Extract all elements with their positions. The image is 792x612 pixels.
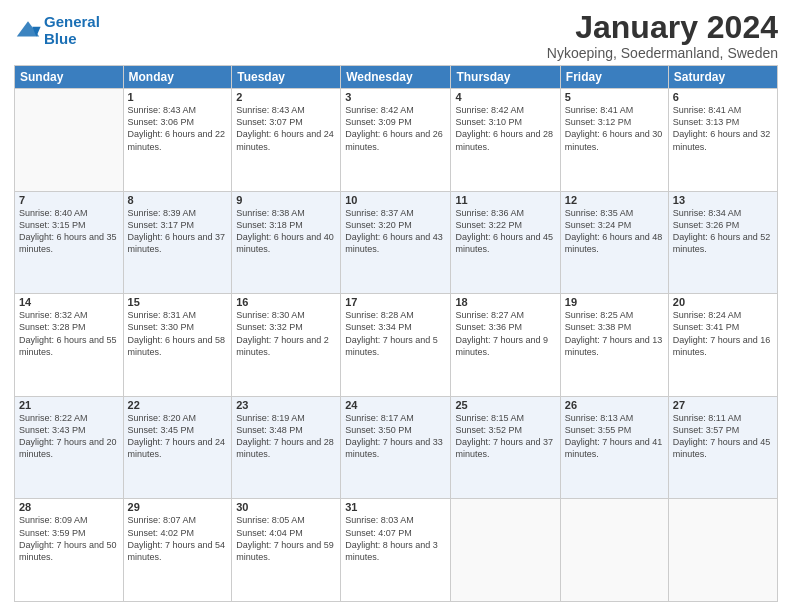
calendar-table: SundayMondayTuesdayWednesdayThursdayFrid… (14, 65, 778, 602)
logo-blue: Blue (44, 30, 77, 47)
day-number: 14 (19, 296, 119, 308)
day-info: Sunrise: 8:37 AMSunset: 3:20 PMDaylight:… (345, 207, 446, 256)
calendar-cell: 1Sunrise: 8:43 AMSunset: 3:06 PMDaylight… (123, 89, 232, 192)
calendar-cell: 8Sunrise: 8:39 AMSunset: 3:17 PMDaylight… (123, 191, 232, 294)
day-info: Sunrise: 8:05 AMSunset: 4:04 PMDaylight:… (236, 514, 336, 563)
day-info: Sunrise: 8:42 AMSunset: 3:10 PMDaylight:… (455, 104, 555, 153)
logo-text: General Blue (44, 14, 100, 47)
calendar-cell: 29Sunrise: 8:07 AMSunset: 4:02 PMDayligh… (123, 499, 232, 602)
day-number: 6 (673, 91, 773, 103)
day-info: Sunrise: 8:30 AMSunset: 3:32 PMDaylight:… (236, 309, 336, 358)
col-header-thursday: Thursday (451, 66, 560, 89)
day-number: 2 (236, 91, 336, 103)
day-number: 12 (565, 194, 664, 206)
day-number: 23 (236, 399, 336, 411)
day-info: Sunrise: 8:40 AMSunset: 3:15 PMDaylight:… (19, 207, 119, 256)
calendar-cell: 5Sunrise: 8:41 AMSunset: 3:12 PMDaylight… (560, 89, 668, 192)
calendar-cell: 27Sunrise: 8:11 AMSunset: 3:57 PMDayligh… (668, 396, 777, 499)
day-info: Sunrise: 8:27 AMSunset: 3:36 PMDaylight:… (455, 309, 555, 358)
calendar-cell: 12Sunrise: 8:35 AMSunset: 3:24 PMDayligh… (560, 191, 668, 294)
day-number: 26 (565, 399, 664, 411)
day-info: Sunrise: 8:19 AMSunset: 3:48 PMDaylight:… (236, 412, 336, 461)
day-info: Sunrise: 8:13 AMSunset: 3:55 PMDaylight:… (565, 412, 664, 461)
calendar-cell: 19Sunrise: 8:25 AMSunset: 3:38 PMDayligh… (560, 294, 668, 397)
calendar-week-row: 21Sunrise: 8:22 AMSunset: 3:43 PMDayligh… (15, 396, 778, 499)
day-info: Sunrise: 8:41 AMSunset: 3:13 PMDaylight:… (673, 104, 773, 153)
day-info: Sunrise: 8:07 AMSunset: 4:02 PMDaylight:… (128, 514, 228, 563)
day-info: Sunrise: 8:43 AMSunset: 3:07 PMDaylight:… (236, 104, 336, 153)
col-header-wednesday: Wednesday (341, 66, 451, 89)
calendar-cell: 23Sunrise: 8:19 AMSunset: 3:48 PMDayligh… (232, 396, 341, 499)
day-info: Sunrise: 8:15 AMSunset: 3:52 PMDaylight:… (455, 412, 555, 461)
calendar-cell (668, 499, 777, 602)
day-info: Sunrise: 8:11 AMSunset: 3:57 PMDaylight:… (673, 412, 773, 461)
calendar-cell: 6Sunrise: 8:41 AMSunset: 3:13 PMDaylight… (668, 89, 777, 192)
title-block: January 2024 Nykoeping, Soedermanland, S… (547, 10, 778, 61)
logo-icon (14, 17, 42, 45)
day-info: Sunrise: 8:09 AMSunset: 3:59 PMDaylight:… (19, 514, 119, 563)
calendar-cell: 26Sunrise: 8:13 AMSunset: 3:55 PMDayligh… (560, 396, 668, 499)
col-header-tuesday: Tuesday (232, 66, 341, 89)
day-info: Sunrise: 8:34 AMSunset: 3:26 PMDaylight:… (673, 207, 773, 256)
location-subtitle: Nykoeping, Soedermanland, Sweden (547, 45, 778, 61)
calendar-cell: 18Sunrise: 8:27 AMSunset: 3:36 PMDayligh… (451, 294, 560, 397)
day-number: 8 (128, 194, 228, 206)
day-info: Sunrise: 8:36 AMSunset: 3:22 PMDaylight:… (455, 207, 555, 256)
day-number: 24 (345, 399, 446, 411)
calendar-cell: 4Sunrise: 8:42 AMSunset: 3:10 PMDaylight… (451, 89, 560, 192)
day-number: 16 (236, 296, 336, 308)
day-number: 15 (128, 296, 228, 308)
calendar-cell: 16Sunrise: 8:30 AMSunset: 3:32 PMDayligh… (232, 294, 341, 397)
day-number: 17 (345, 296, 446, 308)
page: General Blue January 2024 Nykoeping, Soe… (0, 0, 792, 612)
calendar-cell: 25Sunrise: 8:15 AMSunset: 3:52 PMDayligh… (451, 396, 560, 499)
day-number: 3 (345, 91, 446, 103)
day-info: Sunrise: 8:22 AMSunset: 3:43 PMDaylight:… (19, 412, 119, 461)
calendar-cell: 13Sunrise: 8:34 AMSunset: 3:26 PMDayligh… (668, 191, 777, 294)
day-info: Sunrise: 8:38 AMSunset: 3:18 PMDaylight:… (236, 207, 336, 256)
day-number: 25 (455, 399, 555, 411)
day-info: Sunrise: 8:35 AMSunset: 3:24 PMDaylight:… (565, 207, 664, 256)
day-info: Sunrise: 8:24 AMSunset: 3:41 PMDaylight:… (673, 309, 773, 358)
day-number: 28 (19, 501, 119, 513)
calendar-cell: 7Sunrise: 8:40 AMSunset: 3:15 PMDaylight… (15, 191, 124, 294)
calendar-cell (451, 499, 560, 602)
day-info: Sunrise: 8:03 AMSunset: 4:07 PMDaylight:… (345, 514, 446, 563)
day-info: Sunrise: 8:20 AMSunset: 3:45 PMDaylight:… (128, 412, 228, 461)
calendar-cell: 3Sunrise: 8:42 AMSunset: 3:09 PMDaylight… (341, 89, 451, 192)
calendar-week-row: 28Sunrise: 8:09 AMSunset: 3:59 PMDayligh… (15, 499, 778, 602)
day-number: 22 (128, 399, 228, 411)
calendar-cell (15, 89, 124, 192)
col-header-sunday: Sunday (15, 66, 124, 89)
header: General Blue January 2024 Nykoeping, Soe… (14, 10, 778, 61)
day-number: 7 (19, 194, 119, 206)
day-number: 18 (455, 296, 555, 308)
calendar-cell: 2Sunrise: 8:43 AMSunset: 3:07 PMDaylight… (232, 89, 341, 192)
calendar-cell: 22Sunrise: 8:20 AMSunset: 3:45 PMDayligh… (123, 396, 232, 499)
day-number: 13 (673, 194, 773, 206)
day-info: Sunrise: 8:32 AMSunset: 3:28 PMDaylight:… (19, 309, 119, 358)
day-number: 29 (128, 501, 228, 513)
calendar-cell: 15Sunrise: 8:31 AMSunset: 3:30 PMDayligh… (123, 294, 232, 397)
calendar-cell: 31Sunrise: 8:03 AMSunset: 4:07 PMDayligh… (341, 499, 451, 602)
day-number: 21 (19, 399, 119, 411)
day-number: 20 (673, 296, 773, 308)
calendar-week-row: 14Sunrise: 8:32 AMSunset: 3:28 PMDayligh… (15, 294, 778, 397)
day-number: 10 (345, 194, 446, 206)
calendar-week-row: 7Sunrise: 8:40 AMSunset: 3:15 PMDaylight… (15, 191, 778, 294)
day-number: 30 (236, 501, 336, 513)
calendar-cell: 17Sunrise: 8:28 AMSunset: 3:34 PMDayligh… (341, 294, 451, 397)
calendar-week-row: 1Sunrise: 8:43 AMSunset: 3:06 PMDaylight… (15, 89, 778, 192)
day-number: 1 (128, 91, 228, 103)
calendar-cell: 21Sunrise: 8:22 AMSunset: 3:43 PMDayligh… (15, 396, 124, 499)
day-number: 27 (673, 399, 773, 411)
day-info: Sunrise: 8:43 AMSunset: 3:06 PMDaylight:… (128, 104, 228, 153)
day-info: Sunrise: 8:25 AMSunset: 3:38 PMDaylight:… (565, 309, 664, 358)
col-header-friday: Friday (560, 66, 668, 89)
day-number: 9 (236, 194, 336, 206)
calendar-header-row: SundayMondayTuesdayWednesdayThursdayFrid… (15, 66, 778, 89)
day-info: Sunrise: 8:41 AMSunset: 3:12 PMDaylight:… (565, 104, 664, 153)
day-number: 4 (455, 91, 555, 103)
logo: General Blue (14, 14, 100, 47)
day-info: Sunrise: 8:42 AMSunset: 3:09 PMDaylight:… (345, 104, 446, 153)
